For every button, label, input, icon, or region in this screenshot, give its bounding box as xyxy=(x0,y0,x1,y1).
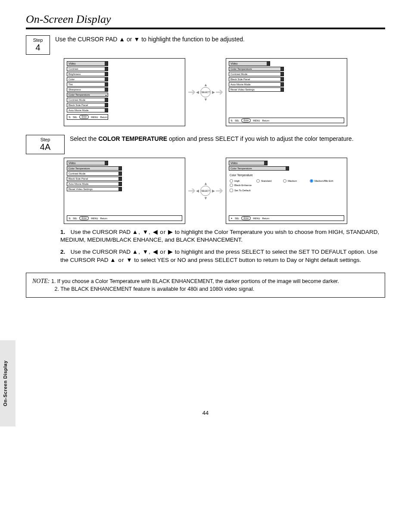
menu-title: Video xyxy=(229,161,268,165)
menu-item: Auto Movie Mode xyxy=(67,108,108,112)
arrow-right-icon: ➔ xyxy=(215,186,223,196)
screens-row-2: Video Color Temperature Contrast Mode Bl… xyxy=(26,158,385,224)
menu-item: Black Side Panel xyxy=(67,177,122,181)
radio-icon xyxy=(310,179,313,183)
dpad-select: SELECT xyxy=(200,186,211,196)
radio-icon xyxy=(283,179,286,183)
menu-item: Contrast Mode xyxy=(67,98,108,102)
step-4a-box: Step 4A xyxy=(26,135,65,154)
note-lead: NOTE: xyxy=(32,278,50,284)
option-grid: High Standard Medium Medium/Blk Enh Blac… xyxy=(230,179,343,187)
footer-bar: ⇅ SEL Enter MENU Return xyxy=(229,118,344,123)
menu-item: Contrast Mode xyxy=(229,72,284,76)
enter-pill: Enter xyxy=(241,118,251,122)
menu-item: Tint xyxy=(67,82,108,87)
menu-sub-highlighted: Color Temperature xyxy=(229,166,289,171)
triangle-left-icon: ◀ xyxy=(196,90,199,94)
triangle-up-icon: ▲ xyxy=(204,181,208,186)
set-to-default: Set To Default xyxy=(230,189,343,192)
page-title: On-Screen Display xyxy=(26,13,385,29)
opt-standard: Standard xyxy=(256,179,280,183)
panel-title: Color Temperature xyxy=(230,174,343,177)
triangle-right-icon: ▶ xyxy=(212,189,215,193)
color-temp-panel: Color Temperature High Standard Medium M… xyxy=(230,174,343,212)
tv-screen-right-2: Video Color Temperature Color Temperatur… xyxy=(226,158,347,224)
updown-icon: ⇅ xyxy=(230,119,233,122)
step-label: Step xyxy=(31,137,60,142)
arrow-right-icon: ➔ xyxy=(188,87,196,97)
menu-item: Black Side Panel xyxy=(67,103,108,107)
triangle-down-icon: ▼ xyxy=(204,97,208,102)
step-label: Step xyxy=(31,37,45,43)
dpad-icon: ▲ ▼ ◀ ▶ SELECT xyxy=(196,83,215,101)
opt-high: High xyxy=(230,179,254,183)
tv-screen-right-1: Video Color Temperature Contrast Mode Bl… xyxy=(226,58,347,126)
menu-item-highlighted: Color Temperature xyxy=(229,67,284,71)
menu-item: Reset Video Settings xyxy=(67,187,122,191)
triangle-up-icon: ▲ xyxy=(204,83,208,87)
step-number: 4A xyxy=(31,142,60,152)
note-line-1: 1. If you choose a Color Temperature wit… xyxy=(51,278,339,284)
arrow-glyphs: ▲ or ▼ xyxy=(110,257,132,263)
opt-blk-enh: Black Enhance xyxy=(230,184,254,187)
dpad-icon: ▲ ▼ ◀ ▶ SELECT xyxy=(196,182,215,200)
side-tab: On-Screen Display xyxy=(0,340,16,426)
arrow-glyphs: ▲, ▼, ◀ or ▶ xyxy=(132,229,173,235)
step-number: 4 xyxy=(31,43,45,53)
menu-item: Auto Movie Mode xyxy=(229,82,284,87)
menu-item: Reset Video Settings xyxy=(229,87,284,92)
page-number: 44 xyxy=(26,410,385,416)
updown-icon: ⇅ xyxy=(68,217,71,220)
radio-icon xyxy=(230,179,233,183)
radio-icon xyxy=(256,179,260,183)
footer-bar: ✦ SEL Enter MENU Return xyxy=(229,215,344,221)
footer-bar: ⇅ SEL Enter MENU Return xyxy=(67,114,108,120)
footer-bar: ⇅ SEL Enter MENU Return xyxy=(67,215,182,221)
menu-item: Auto Movie Mode xyxy=(67,182,122,186)
tv-screen-left-2: Video Color Temperature Contrast Mode Bl… xyxy=(64,158,185,224)
instruction-1: 1. Use the CURSOR PAD ▲, ▼, ◀ or ▶ to hi… xyxy=(60,228,385,244)
triangle-right-icon: ▶ xyxy=(212,90,215,94)
opt-medium: Medium xyxy=(283,179,307,183)
dpad-select: SELECT xyxy=(200,87,211,97)
enter-pill: Enter xyxy=(241,216,251,220)
menu-item: Black Side Panel xyxy=(229,77,284,81)
arrow-block: ➔ ▲ ▼ ◀ ▶ SELECT ➔ xyxy=(188,83,223,101)
triangle-left-icon: ◀ xyxy=(196,189,199,193)
menu-item: Brightness xyxy=(67,72,108,76)
menu-item-highlighted: Color Temperature▸ xyxy=(67,93,108,97)
menu-item: Contrast Mode xyxy=(67,171,122,176)
opt-med-blk: Medium/Blk Enh xyxy=(310,179,334,183)
note-line-2: 2. The BLACK ENHANCEMENT feature is avai… xyxy=(54,286,254,292)
checkbox-icon xyxy=(230,189,233,192)
radio-icon xyxy=(230,184,233,187)
step-4a-text: Select the COLOR TEMPERATURE option and … xyxy=(70,134,385,143)
enter-pill: Enter xyxy=(79,216,89,220)
chevron-right-icon: ▸ xyxy=(106,93,107,96)
step-4-box: Step 4 xyxy=(26,35,50,55)
menu-title: Video xyxy=(67,161,108,165)
arrow-glyphs: ▲, ▼, ◀ or ▶ xyxy=(132,249,173,255)
arrow-right-icon: ➔ xyxy=(188,186,196,196)
menu-item-highlighted: Color Temperature xyxy=(67,166,122,171)
tv-screen-left-1: Video Contrast Brightness Color Tint Sha… xyxy=(64,58,185,126)
screens-row-1: Video Contrast Brightness Color Tint Sha… xyxy=(26,58,385,126)
updown-icon: ⇅ xyxy=(68,116,71,118)
menu-title: Video xyxy=(67,61,108,66)
step-4-text: Use the CURSOR PAD ▲ or ▼ to highlight t… xyxy=(55,34,385,44)
triangle-down-icon: ▼ xyxy=(204,196,208,200)
arrow-right-icon: ➔ xyxy=(215,87,223,97)
enter-pill: Enter xyxy=(79,115,89,119)
instruction-2: 2. Use the CURSOR PAD ▲, ▼, ◀ or ▶ to hi… xyxy=(60,248,385,264)
menu-item: Contrast xyxy=(67,67,108,71)
menu-title: Video xyxy=(229,61,270,66)
menu-item: Sharpness xyxy=(67,87,108,92)
arrow-block: ➔ ▲ ▼ ◀ ▶ SELECT ➔ xyxy=(188,182,223,200)
menu-item: Color xyxy=(67,77,108,81)
nav-icon: ✦ xyxy=(230,217,233,220)
note-box: NOTE: 1. If you choose a Color Temperatu… xyxy=(26,273,385,298)
